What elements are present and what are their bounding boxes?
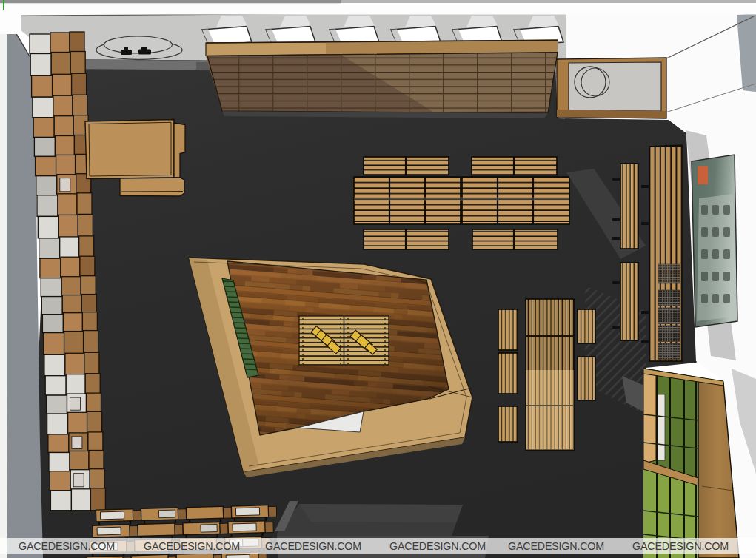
svg-text:GACEDESIGN.COM: GACEDESIGN.COM — [265, 540, 361, 552]
svg-text:GACEDESIGN.COM: GACEDESIGN.COM — [632, 540, 729, 552]
svg-text:GACEDESIGN.COM: GACEDESIGN.COM — [508, 540, 604, 552]
svg-text:GACEDESIGN.COM: GACEDESIGN.COM — [389, 540, 486, 552]
svg-text:GACEDESIGN.COM: GACEDESIGN.COM — [144, 540, 240, 552]
svg-text:GACEDESIGN.COM: GACEDESIGN.COM — [19, 540, 115, 552]
